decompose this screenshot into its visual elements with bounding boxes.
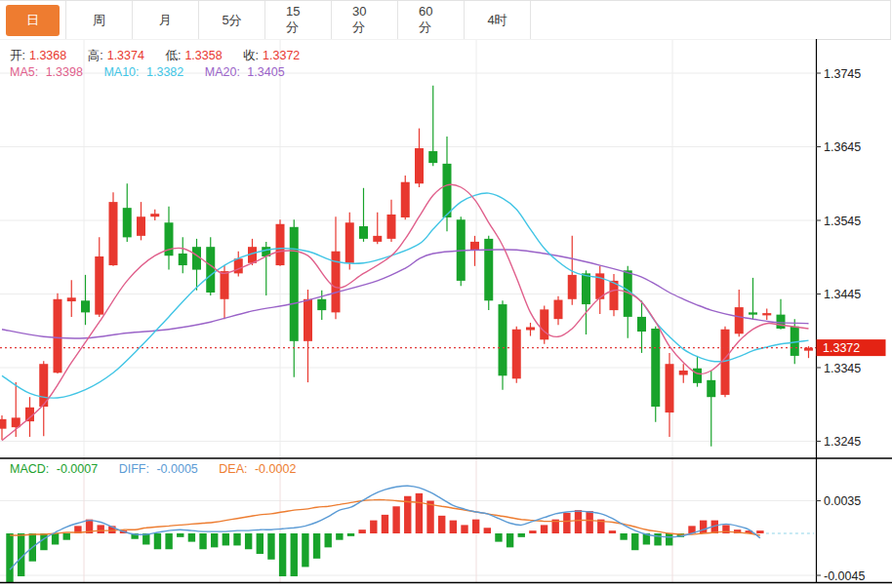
tab-weekly-label: 周 [72, 5, 126, 36]
svg-text:1.3545: 1.3545 [824, 215, 861, 228]
kline-app: 日 周 月 5分 15分 30分 60分 4时 开:1.3368 高:1.337… [0, 0, 892, 588]
svg-text:1.3445: 1.3445 [824, 288, 861, 301]
ma20-value: 1.3405 [247, 65, 284, 79]
ma10-label: MA10: [103, 65, 139, 79]
tab-daily[interactable]: 日 [0, 1, 66, 39]
ma20-label: MA20: [205, 65, 240, 79]
tabbar-filler [531, 1, 891, 39]
tab-5min[interactable]: 5分 [199, 1, 265, 39]
price-axis: 1.37451.36451.35451.34451.33451.32450.00… [816, 67, 886, 583]
ma5-value: 1.3398 [46, 65, 83, 79]
tab-15min[interactable]: 15分 [265, 1, 332, 39]
tab-monthly-label: 月 [139, 5, 192, 36]
svg-text:1.3745: 1.3745 [824, 67, 861, 81]
macd-legend: MACD: -0.0007 DIFF: -0.0005 DEA: -0.0002 [10, 462, 313, 476]
svg-text:1.3245: 1.3245 [824, 435, 861, 449]
low-label: 低: [165, 49, 181, 62]
diff-label: DIFF: [119, 462, 149, 476]
ma10-value: 1.3382 [146, 65, 183, 79]
ma-legend: MA5: 1.3398 MA10: 1.3382 MA20: 1.3405 [10, 65, 303, 79]
tab-15min-label: 15分 [265, 0, 331, 43]
tab-weekly[interactable]: 周 [66, 1, 133, 39]
svg-text:1.3345: 1.3345 [824, 362, 861, 375]
high-value: 1.3374 [107, 49, 144, 62]
open-label: 开: [10, 49, 25, 62]
dea-value: -0.0002 [255, 462, 296, 476]
tab-4hour-label: 4时 [466, 5, 527, 36]
tab-30min[interactable]: 30分 [332, 1, 398, 39]
svg-text:-0.0045: -0.0045 [824, 569, 865, 583]
open-value: 1.3368 [29, 49, 66, 62]
tab-monthly[interactable]: 月 [133, 1, 199, 39]
macd-value: -0.0007 [57, 462, 98, 476]
ma5-label: MA5: [10, 65, 38, 79]
high-label: 高: [88, 49, 103, 62]
tab-daily-label: 日 [6, 5, 60, 36]
diff-value: -0.0005 [156, 462, 197, 476]
ohlc-legend: 开:1.3368 高:1.3374 低:1.3358 收:1.3372 [10, 48, 317, 64]
svg-text:1.3645: 1.3645 [824, 140, 861, 154]
tab-60min[interactable]: 60分 [398, 1, 465, 39]
last-price-badge-text: 1.3372 [823, 341, 860, 355]
low-value: 1.3358 [184, 49, 222, 62]
tab-60min-label: 60分 [398, 0, 464, 43]
close-value: 1.3372 [263, 49, 300, 62]
tab-4hour[interactable]: 4时 [465, 1, 531, 39]
tab-5min-label: 5分 [201, 5, 262, 36]
dea-label: DEA: [219, 462, 247, 476]
svg-text:0.0035: 0.0035 [824, 494, 861, 508]
tab-30min-label: 30分 [332, 0, 397, 43]
macd-label: MACD: [10, 462, 49, 476]
close-label: 收: [243, 49, 259, 62]
candlestick-chart[interactable]: 1.37451.36451.35451.34451.33451.32450.00… [0, 39, 892, 588]
timeframe-tabbar: 日 周 月 5分 15分 30分 60分 4时 [0, 0, 891, 40]
candles-layer [0, 86, 813, 447]
